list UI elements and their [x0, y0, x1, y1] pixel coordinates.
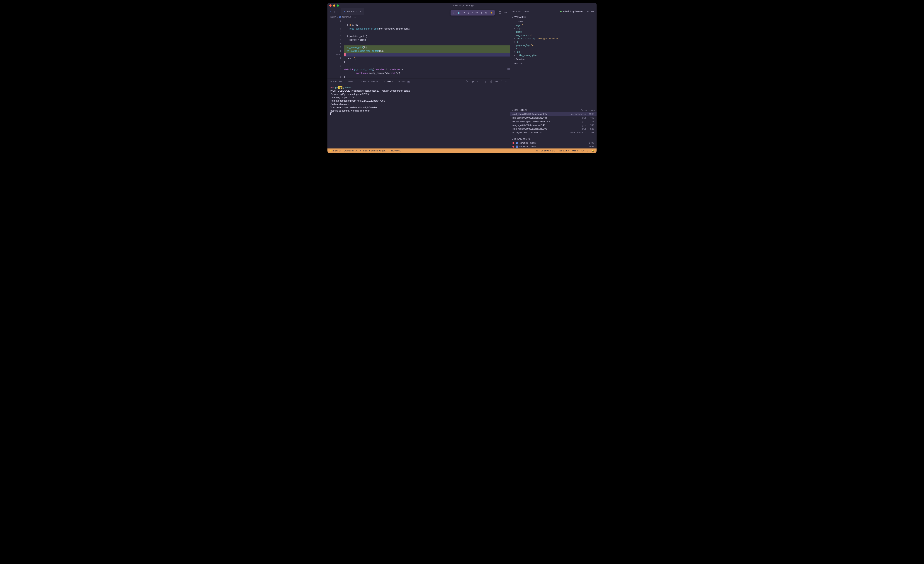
- disconnect-icon[interactable]: ⚡: [490, 11, 493, 14]
- language-mode[interactable]: C: [587, 150, 589, 152]
- line-gutter: 9 8 7 6 5 4 3 2 ▷1 1599 1 2 3 4 5 6: [327, 19, 344, 78]
- tab-label: git.c: [334, 10, 338, 13]
- stack-frame[interactable]: run_argv@0x0000aaaaaaac2c40git.c788: [510, 123, 597, 127]
- section-registers[interactable]: ›Registers: [510, 57, 597, 61]
- variable-row[interactable]: rename_score_arg: Object@*0xffffffffffff…: [510, 37, 597, 40]
- search-icon[interactable]: ⊙: [536, 150, 538, 152]
- window-title: commit.c — git [SSH: git]: [450, 4, 474, 7]
- breadcrumb-file: commit.c: [342, 16, 351, 18]
- reverse-icon[interactable]: ◁: [480, 11, 482, 14]
- close-window-icon[interactable]: [329, 4, 332, 7]
- tab-git-c[interactable]: C git.c: [327, 8, 341, 15]
- variable-row[interactable]: s:: [510, 40, 597, 43]
- variable-row[interactable]: progress_flag: 64: [510, 43, 597, 47]
- split-editor-icon[interactable]: ◫: [499, 11, 501, 14]
- titlebar: commit.c — git [SSH: git]: [327, 3, 597, 8]
- tab-debug-console[interactable]: DEBUG CONSOLE: [360, 81, 379, 83]
- variable-row[interactable]: no_renames: -1: [510, 34, 597, 37]
- section-variables[interactable]: ⌄VARIABLES: [510, 15, 597, 19]
- more-icon[interactable]: ⋯: [495, 80, 498, 83]
- stack-frame[interactable]: cmd_status@0x0000aaaaaaaf6e0cbuiltin/com…: [510, 112, 597, 116]
- chevron-right-icon: ›: [337, 16, 338, 18]
- step-into-icon[interactable]: ↓: [468, 11, 469, 14]
- section-watch[interactable]: ⌄WATCH: [510, 61, 597, 66]
- section-callstack[interactable]: ⌄CALL STACKPaused on step: [510, 108, 597, 112]
- remote-indicator[interactable]: ⚡ SSH: git: [330, 150, 341, 152]
- restart-icon[interactable]: ↻: [485, 11, 487, 14]
- debug-panel-title: RUN AND DEBUG: [513, 10, 531, 13]
- variable-row[interactable]: fd: 3: [510, 47, 597, 50]
- breakpoint-dot-icon: [513, 146, 514, 148]
- continue-icon[interactable]: ▶: [458, 11, 460, 14]
- variable-row[interactable]: prefix:: [510, 30, 597, 34]
- notifications-icon[interactable]: 🔔: [591, 150, 594, 152]
- debug-sidebar: RUN AND DEBUG ▶ Attach to gdb-server ⌄ ⚙…: [510, 8, 597, 148]
- stack-frame[interactable]: run_builtin@0x0000aaaaaaac24d4git.c469: [510, 116, 597, 120]
- new-terminal-icon[interactable]: +: [477, 80, 478, 83]
- split-terminal-icon[interactable]: ◫: [485, 80, 488, 83]
- terminal-name[interactable]: git: [472, 81, 474, 83]
- c-file-icon: C: [330, 10, 332, 13]
- more-icon[interactable]: ⋯: [591, 10, 594, 13]
- section-breakpoints[interactable]: ⌄BREAKPOINTS: [510, 137, 597, 141]
- bottom-panel: PROBLEMS OUTPUT DEBUG CONSOLE TERMINAL P…: [327, 78, 510, 148]
- statusbar: ⚡ SSH: git ⎇ master ⟳ ▶ Attach to gdb-se…: [327, 148, 597, 153]
- code-content[interactable]: if (0 <= fd) repo_update_index_if_able(t…: [344, 19, 510, 78]
- stack-frame[interactable]: main@0x0000aaaaaabd3ea4common-main.c62: [510, 131, 597, 135]
- tab-problems[interactable]: PROBLEMS: [330, 81, 342, 83]
- branch-indicator[interactable]: ⎇ master ⟳: [344, 150, 357, 152]
- start-debug-icon[interactable]: ▶: [560, 10, 562, 13]
- breakpoint-row[interactable]: ✓commit.cbuiltin1492: [510, 141, 597, 145]
- chevron-right-icon: ›: [514, 58, 514, 60]
- chevron-down-icon: ⌄: [512, 63, 513, 64]
- trash-icon[interactable]: 🗑: [490, 80, 493, 83]
- step-over-icon[interactable]: ↷: [463, 11, 465, 14]
- terminal-output[interactable]: root git /git (master u=) # GIT_DEBUGGER…: [327, 85, 510, 148]
- chevron-down-icon: ⌄: [512, 109, 513, 111]
- minimap-thumb[interactable]: [507, 67, 510, 70]
- grip-icon[interactable]: ⋮⋮: [452, 12, 456, 14]
- maximize-window-icon[interactable]: [337, 4, 339, 7]
- chevron-right-icon: ›: [352, 16, 353, 18]
- debug-toolbar[interactable]: ⋮⋮ ▶ ↷ ↓ ↑ ↶ ◁ ↻ ⚡: [450, 10, 495, 15]
- breakpoint-row[interactable]: ✓commit.cbuiltin1597: [510, 145, 597, 148]
- checkbox[interactable]: ✓: [516, 145, 518, 148]
- stack-frame[interactable]: cmd_main@0x0000aaaaaaac3190git.c923: [510, 127, 597, 131]
- eol[interactable]: LF: [581, 150, 584, 152]
- cursor-position[interactable]: Ln 1599, Col 1: [541, 150, 555, 152]
- variable-row[interactable]: builtin_status_options:: [510, 54, 597, 57]
- tab-size[interactable]: Tab Size: 4: [558, 150, 569, 152]
- step-back-icon[interactable]: ↶: [476, 11, 478, 14]
- debug-status[interactable]: ▶ Attach to gdb-server (git): [360, 150, 386, 152]
- window-controls: [329, 4, 339, 7]
- breadcrumb-more: …: [354, 16, 356, 18]
- gear-icon[interactable]: ⚙: [587, 10, 590, 13]
- tab-ports[interactable]: PORTS 1: [398, 81, 410, 83]
- vim-mode: -- NORMAL --: [389, 150, 403, 152]
- tab-commit-c[interactable]: C commit.c ×: [341, 8, 364, 15]
- section-locals[interactable]: ⌄Locals: [510, 19, 597, 24]
- variable-row[interactable]: argc: 0: [510, 24, 597, 27]
- code-editor[interactable]: 9 8 7 6 5 4 3 2 ▷1 1599 1 2 3 4 5 6: [327, 19, 510, 78]
- chevron-down-icon[interactable]: ⌄: [481, 81, 483, 83]
- chevron-up-icon[interactable]: ⌃: [501, 80, 502, 83]
- chevron-down-icon: ⌄: [514, 21, 516, 22]
- more-actions-icon[interactable]: ⋯: [504, 11, 507, 14]
- breadcrumb-folder: builtin: [330, 16, 336, 18]
- minimap[interactable]: [507, 19, 510, 78]
- tab-output[interactable]: OUTPUT: [346, 81, 356, 83]
- step-out-icon[interactable]: ↑: [472, 11, 473, 14]
- variable-row[interactable]: oid:: [510, 50, 597, 54]
- tab-terminal[interactable]: TERMINAL: [383, 81, 394, 84]
- encoding[interactable]: UTF-8: [572, 150, 578, 152]
- terminal-cursor: [330, 112, 332, 115]
- chevron-down-icon: ⌄: [512, 138, 513, 140]
- close-panel-icon[interactable]: ×: [505, 80, 507, 83]
- debug-config-dropdown[interactable]: Attach to gdb-server ⌄: [563, 10, 586, 13]
- variable-row[interactable]: argv:: [510, 27, 597, 30]
- terminal-icon: ❯_: [466, 80, 470, 83]
- stack-frame[interactable]: handle_builtin@0x0000aaaaaaac29c8git.c72…: [510, 120, 597, 123]
- minimize-window-icon[interactable]: [333, 4, 335, 7]
- checkbox[interactable]: ✓: [516, 142, 518, 144]
- close-tab-icon[interactable]: ×: [360, 10, 361, 13]
